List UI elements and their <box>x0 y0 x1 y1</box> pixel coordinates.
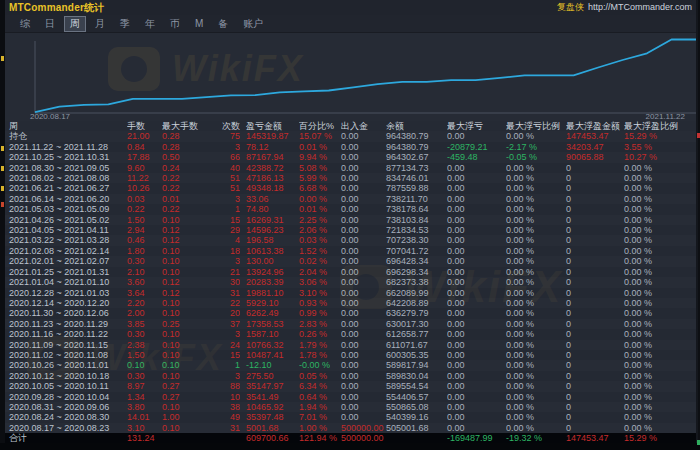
cell-col9: 0.00 % <box>506 277 566 287</box>
cell-col6: 0.00 <box>341 142 386 152</box>
table-row-week[interactable]: 2021.04.05 ~ 2021.04.112.940.122914596.2… <box>5 225 696 235</box>
cell-col6: 0.00 <box>341 277 386 287</box>
menu-item-5[interactable]: 年 <box>139 16 161 32</box>
table-row-week[interactable]: 2021.08.02 ~ 2021.08.0811.220.225147186.… <box>5 173 696 183</box>
table-row-week[interactable]: 2020.09.28 ~ 2020.10.041.340.27103541.49… <box>5 392 696 402</box>
menu-item-2[interactable]: 周 <box>64 16 86 32</box>
cell-col4: 5001.68 <box>240 423 299 433</box>
menu-item-6[interactable]: 币 <box>164 16 186 32</box>
cell-col8: 0.00 <box>447 392 506 402</box>
cell-col10: 0 <box>566 204 624 214</box>
table-row-week[interactable]: 2020.08.24 ~ 2020.08.3014.011.004935397.… <box>5 412 696 422</box>
table-row-week[interactable]: 2021.10.25 ~ 2021.10.3117.880.506687167.… <box>5 152 696 162</box>
cell-col5: 0.99 % <box>299 308 341 318</box>
menu-item-3[interactable]: 月 <box>89 16 111 32</box>
table-row-week[interactable]: 2021.02.08 ~ 2021.02.141.800.101810613.3… <box>5 246 696 256</box>
cell-col8: 0.00 <box>447 319 506 329</box>
table-row-week[interactable]: 2020.12.14 ~ 2020.12.202.200.10225929.10… <box>5 298 696 308</box>
table-row-week[interactable]: 2020.10.12 ~ 2020.10.180.300.103275.500.… <box>5 371 696 381</box>
table-row-week[interactable]: 2021.04.26 ~ 2021.05.021.500.101516269.3… <box>5 215 696 225</box>
cell-col9: 0.00 % <box>506 381 566 391</box>
cell-col3: 次数 <box>216 121 240 131</box>
cell-col9: 0.00 % <box>506 183 566 193</box>
cell-col10: 0 <box>566 412 624 422</box>
table-row-week[interactable]: 2020.11.02 ~ 2020.11.081.500.101510487.4… <box>5 350 696 360</box>
table-row-week[interactable]: 2020.08.17 ~ 2020.08.233.100.10315001.68… <box>5 423 696 433</box>
cell-col6: 0.00 <box>341 131 386 141</box>
cell-col9: 0.00 % <box>506 256 566 266</box>
table-row-week[interactable]: 2021.08.30 ~ 2021.09.059.600.244042388.7… <box>5 163 696 173</box>
cell-col10: 0 <box>566 423 624 433</box>
cell-col6: 0.00 <box>341 360 386 370</box>
cell-col5: 2.25 % <box>299 215 341 225</box>
table-row-week[interactable]: 2021.02.01 ~ 2021.02.070.300.103130.000.… <box>5 256 696 266</box>
cell-col6: 0.00 <box>341 412 386 422</box>
table-row-week[interactable]: 2020.11.23 ~ 2020.11.293.850.253717358.5… <box>5 319 696 329</box>
cell-col7: 964380.79 <box>386 131 447 141</box>
table-row-week[interactable]: 2020.12.28 ~ 2021.01.033.640.123119881.1… <box>5 288 696 298</box>
cell-col11: 0.00 % <box>624 163 695 173</box>
cell-col2: 0.12 <box>162 277 216 287</box>
cell-col10: 0 <box>566 194 624 204</box>
menu-item-7[interactable]: M <box>189 17 209 30</box>
table-row-week[interactable]: 2020.11.09 ~ 2020.11.152.380.102410766.3… <box>5 340 696 350</box>
cell-col3: 31 <box>216 288 240 298</box>
cell-col11: 0.00 % <box>624 350 695 360</box>
cell-col0: 2020.11.23 ~ 2020.11.29 <box>5 319 127 329</box>
table-row-week[interactable]: 2020.11.16 ~ 2020.11.220.300.1031587.100… <box>5 329 696 339</box>
cell-col3: 22 <box>216 298 240 308</box>
cell-col4: 196.58 <box>240 235 299 245</box>
statistics-panel: MTCommander统计 复盘侠http://MTCommander.com … <box>5 0 698 443</box>
cell-col2: 1.00 <box>162 412 216 422</box>
table-row-week[interactable]: 2020.10.05 ~ 2020.10.118.970.278835147.9… <box>5 381 696 391</box>
menu-item-0[interactable]: 综 <box>14 16 36 32</box>
brand-link[interactable]: 复盘侠http://MTCommander.com <box>557 1 692 14</box>
cell-col11: 0.00 % <box>624 256 695 266</box>
cell-col2: 0.10 <box>162 360 216 370</box>
cell-col3: 18 <box>216 246 240 256</box>
table-row-week[interactable]: 2020.11.30 ~ 2020.12.062.000.10206262.49… <box>5 308 696 318</box>
table-row-week[interactable]: 2020.08.31 ~ 2020.09.063.800.103810465.9… <box>5 402 696 412</box>
cell-col8: 0.00 <box>447 277 506 287</box>
table-row-week[interactable]: 2021.01.04 ~ 2021.01.103.600.123020283.3… <box>5 277 696 287</box>
cell-col1: 1.80 <box>127 246 162 256</box>
cell-col0: 2020.10.12 ~ 2020.10.18 <box>5 371 127 381</box>
cell-col5: 15.07 % <box>299 131 341 141</box>
cell-col9: 0.00 % <box>506 319 566 329</box>
cell-col8: -20879.21 <box>447 142 506 152</box>
table-row-week[interactable]: 2021.06.14 ~ 2021.06.200.030.01333.060.0… <box>5 194 696 204</box>
cell-col9: 0.00 % <box>506 246 566 256</box>
cell-col7: 636279.79 <box>386 308 447 318</box>
table-row-position[interactable]: 持仓21.000.2875145319.8715.07 %0.00964380.… <box>5 131 696 141</box>
cell-col7: 682373.38 <box>386 277 447 287</box>
table-row-week[interactable]: 2020.10.26 ~ 2020.11.010.100.101-12.10-0… <box>5 360 696 370</box>
cell-col9: 0.00 % <box>506 235 566 245</box>
table-row-week[interactable]: 2021.11.22 ~ 2021.11.280.840.28378.120.0… <box>5 142 696 152</box>
cell-col9: 0.00 % <box>506 288 566 298</box>
menu-item-8[interactable]: 备 <box>212 16 234 32</box>
cell-col1: 1.50 <box>127 350 162 360</box>
cell-col6: 0.00 <box>341 350 386 360</box>
table-row-week[interactable]: 2021.05.03 ~ 2021.05.090.220.22174.800.0… <box>5 204 696 214</box>
cell-col0: 2021.02.08 ~ 2021.02.14 <box>5 246 127 256</box>
cell-col7: 589830.04 <box>386 371 447 381</box>
table-row-week[interactable]: 2021.06.21 ~ 2021.06.2710.260.225149348.… <box>5 183 696 193</box>
table-row-week[interactable]: 2021.01.25 ~ 2021.01.312.100.102113924.9… <box>5 267 696 277</box>
cell-col10: 0 <box>566 246 624 256</box>
menu-item-1[interactable]: 日 <box>39 16 61 32</box>
cell-col11: 0.00 % <box>624 308 695 318</box>
cell-col1: 14.01 <box>127 412 162 422</box>
cell-col7: 877134.73 <box>386 163 447 173</box>
cell-col1: 0.03 <box>127 194 162 204</box>
cell-col4: 10613.38 <box>240 246 299 256</box>
cell-col5: 0.03 % <box>299 235 341 245</box>
cell-col5: 6.68 % <box>299 183 341 193</box>
cell-col1: 3.60 <box>127 277 162 287</box>
menu-item-4[interactable]: 季 <box>114 16 136 32</box>
cell-col6: 0.00 <box>341 329 386 339</box>
menu-item-9[interactable]: 账户 <box>237 16 269 32</box>
table-row-week[interactable]: 2021.03.22 ~ 2021.03.280.460.124196.580.… <box>5 235 696 245</box>
cell-col5: -0.00 % <box>299 360 341 370</box>
cell-col4: 130.00 <box>240 256 299 266</box>
cell-col7: 662089.99 <box>386 288 447 298</box>
